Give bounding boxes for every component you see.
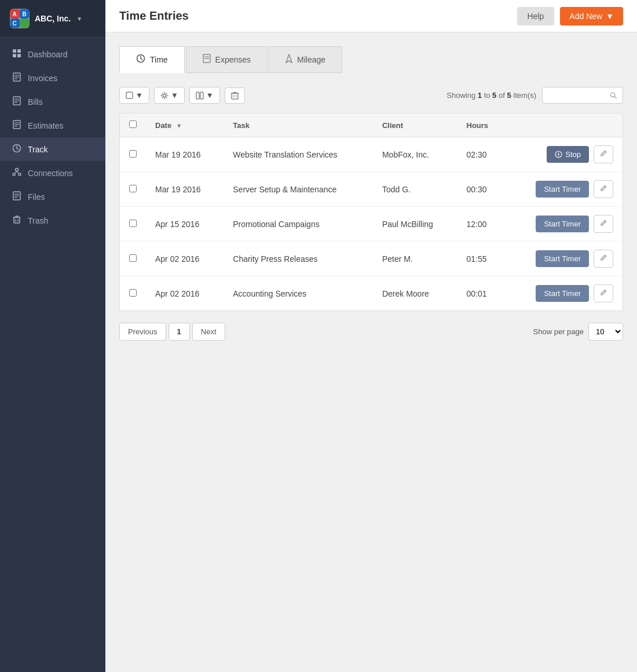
- row-actions: Start Timer: [506, 172, 623, 207]
- row-date: Mar 19 2016: [146, 137, 224, 172]
- header-checkbox: [120, 114, 146, 137]
- sidebar-item-label: Connections: [28, 169, 73, 178]
- sidebar-item-label: Track: [28, 145, 47, 154]
- date-sort-icon: ▼: [176, 122, 182, 129]
- row-actions: Start Timer: [506, 207, 623, 242]
- svg-text:B: B: [22, 11, 26, 17]
- row-task: Server Setup & Maintenance: [224, 172, 373, 207]
- row-checkbox[interactable]: [129, 254, 137, 262]
- tab-expenses[interactable]: Expenses: [186, 46, 268, 73]
- next-button[interactable]: Next: [192, 323, 225, 341]
- select-all-checkbox[interactable]: [129, 120, 137, 128]
- row-hours: 02:30: [457, 137, 506, 172]
- edit-button[interactable]: [594, 215, 613, 233]
- search-input[interactable]: [548, 91, 606, 100]
- tab-mileage[interactable]: Mileage: [269, 46, 342, 73]
- row-date: Apr 02 2016: [146, 242, 224, 276]
- edit-button[interactable]: [594, 284, 613, 302]
- start-timer-button[interactable]: Start Timer: [536, 250, 589, 267]
- svg-rect-10: [13, 54, 16, 57]
- sidebar: A B C ABC, Inc. ▼ Dashboard Invoices Bil…: [0, 0, 105, 672]
- sidebar-item-label: Invoices: [28, 74, 57, 83]
- sidebar-item-estimates[interactable]: Estimates: [0, 114, 105, 137]
- edit-button[interactable]: [594, 145, 613, 163]
- row-client: Derek Moore: [373, 276, 457, 311]
- row-checkbox[interactable]: [129, 185, 137, 192]
- start-timer-button[interactable]: Start Timer: [536, 216, 589, 232]
- svg-rect-47: [200, 92, 203, 99]
- sidebar-item-connections[interactable]: Connections: [0, 161, 105, 185]
- per-page-select[interactable]: 10 25 50 100: [588, 323, 623, 341]
- time-entries-table: Date ▼ Task Client Hours: [119, 113, 623, 311]
- svg-rect-48: [232, 93, 238, 99]
- edit-button[interactable]: [594, 250, 613, 268]
- sidebar-item-track[interactable]: Track: [0, 137, 105, 161]
- start-timer-button[interactable]: Start Timer: [536, 181, 589, 198]
- estimates-icon: [12, 120, 22, 131]
- svg-text:C: C: [12, 20, 16, 27]
- show-per-page-label: Show per page: [533, 327, 584, 336]
- search-box: [542, 87, 623, 104]
- table-row: Apr 02 2016 Accounting Services Derek Mo…: [120, 276, 623, 311]
- previous-button[interactable]: Previous: [119, 323, 166, 341]
- row-task: Promotional Campaigns: [224, 207, 373, 242]
- delete-button[interactable]: [225, 87, 245, 104]
- columns-chevron: ▼: [206, 91, 214, 100]
- stop-button[interactable]: Stop: [547, 146, 589, 163]
- columns-button[interactable]: ▼: [189, 87, 220, 104]
- row-checkbox-cell: [120, 276, 146, 311]
- mileage-tab-icon: [285, 54, 292, 65]
- page-1-button[interactable]: 1: [169, 323, 190, 341]
- pagination-left: Previous 1 Next: [119, 323, 225, 341]
- row-checkbox-cell: [120, 137, 146, 172]
- row-checkbox[interactable]: [129, 220, 137, 227]
- sidebar-item-dashboard[interactable]: Dashboard: [0, 42, 105, 66]
- company-name: ABC, Inc.: [35, 14, 71, 23]
- showing-total: 5: [507, 91, 511, 100]
- row-checkbox[interactable]: [129, 150, 137, 158]
- sidebar-item-trash[interactable]: Trash: [0, 209, 105, 232]
- select-button[interactable]: ▼: [119, 87, 149, 104]
- add-new-chevron: ▼: [606, 12, 614, 21]
- row-task: Website Translation Services: [224, 137, 373, 172]
- row-client: MobFox, Inc.: [373, 137, 457, 172]
- edit-button[interactable]: [594, 180, 613, 198]
- add-new-button[interactable]: Add New ▼: [560, 7, 623, 25]
- showing-end: 5: [492, 91, 496, 100]
- select-chevron: ▼: [136, 91, 143, 100]
- row-date: Apr 02 2016: [146, 276, 224, 311]
- topbar-actions: Help Add New ▼: [517, 7, 623, 25]
- sidebar-item-invoices[interactable]: Invoices: [0, 66, 105, 90]
- add-new-label: Add New: [569, 12, 602, 21]
- company-chevron: ▼: [76, 16, 82, 22]
- svg-rect-44: [126, 92, 133, 98]
- header-date[interactable]: Date ▼: [146, 114, 224, 137]
- table-header-row: Date ▼ Task Client Hours: [120, 114, 623, 137]
- sidebar-item-files[interactable]: Files: [0, 185, 105, 209]
- row-hours: 12:00: [457, 207, 506, 242]
- row-hours: 00:01: [457, 276, 506, 311]
- sidebar-item-label: Trash: [28, 216, 48, 225]
- svg-rect-9: [17, 49, 21, 53]
- row-task: Charity Press Releases: [224, 242, 373, 276]
- topbar: Time Entries Help Add New ▼: [105, 0, 637, 32]
- tab-time-label: Time: [150, 55, 168, 64]
- row-checkbox-cell: [120, 172, 146, 207]
- start-timer-button[interactable]: Start Timer: [536, 285, 589, 302]
- page-title: Time Entries: [119, 9, 189, 23]
- dashboard-icon: [12, 49, 22, 60]
- svg-rect-8: [13, 49, 16, 53]
- time-tab-icon: [136, 54, 145, 65]
- expenses-tab-icon: [203, 54, 211, 65]
- tab-time[interactable]: Time: [119, 46, 185, 73]
- row-actions: Start Timer: [506, 242, 623, 276]
- gear-button[interactable]: ▼: [154, 87, 185, 104]
- svg-point-27: [19, 173, 21, 176]
- svg-rect-46: [196, 92, 199, 99]
- help-button[interactable]: Help: [517, 7, 555, 25]
- row-checkbox[interactable]: [129, 289, 137, 297]
- sidebar-nav: Dashboard Invoices Bills Estimates Track: [0, 38, 105, 237]
- gear-chevron: ▼: [171, 91, 178, 100]
- sidebar-item-bills[interactable]: Bills: [0, 90, 105, 114]
- svg-rect-34: [14, 217, 20, 223]
